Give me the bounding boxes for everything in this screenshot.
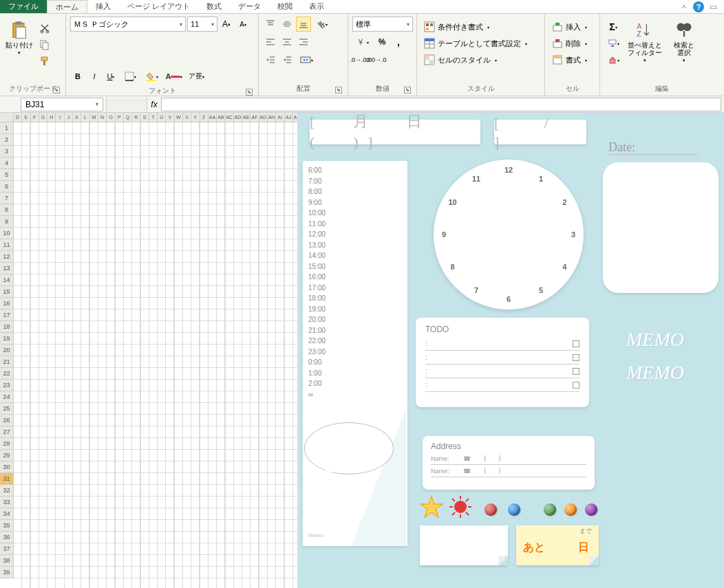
tab-insert[interactable]: 挿入 xyxy=(87,0,119,13)
column-header[interactable]: AD xyxy=(234,113,242,122)
column-header[interactable]: W xyxy=(175,113,183,122)
name-box[interactable]: BJ31▾ xyxy=(21,98,103,111)
row-header[interactable]: 10 xyxy=(0,228,14,239)
row-header[interactable]: 1 xyxy=(0,122,14,134)
window-icon[interactable]: ▭ xyxy=(710,2,717,12)
column-header[interactable]: O xyxy=(107,113,115,122)
column-header[interactable]: Z xyxy=(200,113,209,122)
row-header[interactable]: 8 xyxy=(0,204,14,216)
formula-bar[interactable] xyxy=(161,98,721,111)
align-bottom-button[interactable] xyxy=(296,17,311,32)
row-header[interactable]: 32 xyxy=(0,485,14,497)
format-cells-button[interactable]: 書式▾ xyxy=(549,52,590,67)
border-button[interactable]: ▾ xyxy=(120,69,140,84)
row-header[interactable]: 7 xyxy=(0,193,14,204)
font-color-button[interactable]: A▾ xyxy=(164,69,184,84)
column-header[interactable]: U xyxy=(158,113,166,122)
row-header[interactable]: 11 xyxy=(0,239,14,251)
tab-formulas[interactable]: 数式 xyxy=(198,0,230,13)
row-header[interactable]: 14 xyxy=(0,274,14,286)
align-center-button[interactable] xyxy=(279,34,295,50)
column-header[interactable]: V xyxy=(166,113,174,122)
column-header[interactable]: Y xyxy=(191,113,200,122)
underline-button[interactable]: U▾ xyxy=(103,69,118,84)
checkbox-icon[interactable] xyxy=(573,340,579,347)
checkbox-icon[interactable] xyxy=(573,368,579,375)
row-header[interactable]: 27 xyxy=(0,426,14,438)
row-header[interactable]: 23 xyxy=(0,380,14,391)
row-header[interactable]: 29 xyxy=(0,450,14,461)
row-header[interactable]: 15 xyxy=(0,286,14,298)
align-right-button[interactable] xyxy=(296,34,311,50)
font-dialog-launcher[interactable]: ⬊ xyxy=(246,89,253,96)
font-name-combo[interactable]: ＭＳ Ｐゴシック▾ xyxy=(70,17,186,32)
align-middle-button[interactable] xyxy=(279,17,295,32)
italic-button[interactable]: I xyxy=(87,69,102,84)
column-header[interactable]: AC xyxy=(225,113,233,122)
column-header[interactable]: K xyxy=(73,113,81,122)
decrease-decimal-button[interactable]: .00→.0 xyxy=(369,52,384,67)
accounting-format-button[interactable]: ¥▾ xyxy=(352,34,373,50)
column-header[interactable]: N xyxy=(98,113,107,122)
column-header[interactable]: L xyxy=(81,113,89,122)
minimize-ribbon-icon[interactable]: ㅅ xyxy=(681,2,688,12)
column-header[interactable]: X xyxy=(183,113,191,122)
decrease-font-button[interactable]: A▾ xyxy=(235,17,251,32)
row-header[interactable]: 25 xyxy=(0,403,14,415)
checkbox-icon[interactable] xyxy=(573,354,579,361)
tab-data[interactable]: データ xyxy=(230,0,269,13)
row-header[interactable]: 13 xyxy=(0,263,14,274)
row-header[interactable]: 33 xyxy=(0,497,14,508)
column-header[interactable]: Q xyxy=(124,113,132,122)
copy-button[interactable] xyxy=(37,37,52,52)
number-format-combo[interactable]: 標準▾ xyxy=(352,17,413,32)
row-header[interactable]: 36 xyxy=(0,532,14,543)
column-header[interactable]: P xyxy=(116,113,124,122)
column-header[interactable]: M xyxy=(90,113,98,122)
column-header[interactable]: AG xyxy=(259,113,268,122)
tab-page-layout[interactable]: ページ レイアウト xyxy=(119,0,198,13)
insert-cells-button[interactable]: 挿入▾ xyxy=(549,19,590,34)
row-header[interactable]: 28 xyxy=(0,438,14,450)
column-header[interactable]: T xyxy=(149,113,158,122)
clear-button[interactable]: ▾ xyxy=(604,52,622,67)
row-header[interactable]: 2 xyxy=(0,134,14,146)
help-icon[interactable]: ? xyxy=(693,1,704,12)
alignment-dialog-launcher[interactable]: ⬊ xyxy=(335,87,342,94)
orientation-button[interactable]: ab▾ xyxy=(312,17,333,32)
row-header[interactable]: 26 xyxy=(0,415,14,426)
row-header[interactable]: 24 xyxy=(0,391,14,403)
increase-decimal-button[interactable]: .0→.00 xyxy=(352,52,368,67)
increase-font-button[interactable]: A▴ xyxy=(219,17,234,32)
cut-button[interactable] xyxy=(37,21,52,36)
worksheet-grid[interactable]: DEFGHIJKLMNOPQRSTUVWXYZAAABACADAEAFAGAHA… xyxy=(0,113,297,588)
delete-cells-button[interactable]: 削除▾ xyxy=(549,36,590,51)
row-header[interactable]: 12 xyxy=(0,251,14,263)
column-header[interactable]: AB xyxy=(217,113,225,122)
row-header[interactable]: 22 xyxy=(0,368,14,380)
column-header[interactable]: E xyxy=(22,113,30,122)
row-header[interactable]: 16 xyxy=(0,298,14,309)
cell-styles-button[interactable]: セルのスタイル▾ xyxy=(421,52,530,67)
column-header[interactable]: AH xyxy=(268,113,276,122)
fill-color-button[interactable]: ▾ xyxy=(142,69,162,84)
decrease-indent-button[interactable] xyxy=(263,52,278,67)
column-header[interactable]: J xyxy=(65,113,73,122)
format-as-table-button[interactable]: テーブルとして書式設定▾ xyxy=(421,36,530,51)
column-header[interactable]: AA xyxy=(209,113,217,122)
sort-filter-button[interactable]: AZ 並べ替えと フィルター▾ xyxy=(625,17,665,63)
phonetic-button[interactable]: ア亜▾ xyxy=(186,69,206,84)
align-top-button[interactable] xyxy=(263,17,278,32)
percent-button[interactable]: % xyxy=(374,34,390,50)
number-dialog-launcher[interactable]: ⬊ xyxy=(404,87,411,94)
row-header[interactable]: 21 xyxy=(0,356,14,368)
align-left-button[interactable] xyxy=(263,34,278,50)
conditional-formatting-button[interactable]: 条件付き書式▾ xyxy=(421,19,530,34)
column-header[interactable]: AE xyxy=(242,113,251,122)
select-all-corner[interactable] xyxy=(0,113,14,122)
column-header[interactable]: G xyxy=(39,113,47,122)
column-header[interactable]: I xyxy=(56,113,64,122)
font-size-combo[interactable]: 11▾ xyxy=(187,17,217,32)
clipboard-dialog-launcher[interactable]: ⬊ xyxy=(53,87,60,94)
increase-indent-button[interactable] xyxy=(279,52,295,67)
